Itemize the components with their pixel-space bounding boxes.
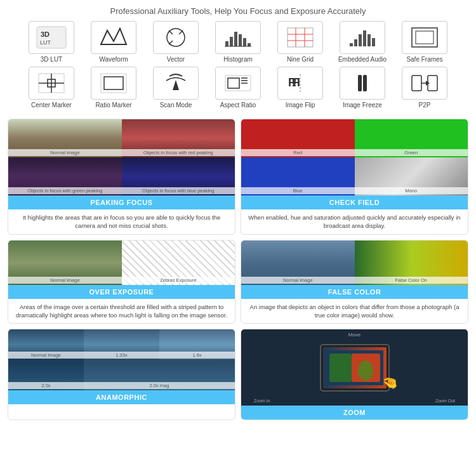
tool-histogram-label: Histogram <box>223 56 253 63</box>
tool-vector[interactable]: Vector <box>147 21 204 63</box>
overexp-zebra-label: Zebras Exposure <box>122 277 235 284</box>
svg-rect-45 <box>412 76 421 91</box>
peaking-normal-label: Normal image <box>8 149 122 156</box>
anamorphic-label5: 2.0x mag <box>84 382 235 389</box>
peaking-blue-img: Objects in focus with blue peaking <box>122 157 235 195</box>
svg-line-5 <box>169 30 173 34</box>
tool-image-flip[interactable]: R R Image Flip <box>272 67 329 109</box>
svg-rect-51 <box>329 354 352 382</box>
svg-rect-8 <box>225 41 228 46</box>
tool-ratio-marker[interactable]: Ratio Marker <box>85 67 142 109</box>
peaking-green-img: Objects in focus with green peaking <box>8 157 122 195</box>
tool-image-flip-label: Image Flip <box>286 102 315 109</box>
svg-rect-15 <box>288 28 313 47</box>
zoom-img-container: Move 🤏 Zoom In Zoom Out <box>241 329 468 406</box>
svg-line-7 <box>169 41 173 44</box>
feature-false-color: Normal image False Color On FALSE COLOR … <box>241 240 468 324</box>
check-field-desc: When enabled, hue and saturation adjuste… <box>241 209 468 234</box>
tool-image-freeze[interactable]: Image Freeze <box>334 67 391 109</box>
svg-rect-23 <box>363 30 366 46</box>
tool-safe-frames[interactable]: Safe Frames <box>396 21 453 63</box>
svg-text:3D: 3D <box>41 30 50 38</box>
zoom-tablet-mock: 🤏 <box>320 344 390 392</box>
tool-p2p-label: P2P <box>419 102 431 109</box>
svg-rect-36 <box>228 78 239 88</box>
false-normal-img: Normal image <box>241 241 355 285</box>
feature-zoom: Move 🤏 Zoom In Zoom Out ZOOM <box>241 329 468 420</box>
tool-ratio-marker-label: Ratio Marker <box>95 102 131 109</box>
svg-rect-22 <box>359 34 362 46</box>
false-color-desc: An image that depicts an object in color… <box>241 299 468 324</box>
svg-rect-44 <box>363 75 367 91</box>
svg-rect-11 <box>239 34 242 46</box>
check-mono-img: Mono <box>355 157 468 195</box>
check-blue-label: Blue <box>241 187 355 194</box>
tool-embedded-audio[interactable]: Embedded Audio <box>334 21 391 63</box>
tool-scan-mode[interactable]: Scan Mode <box>147 67 204 109</box>
tool-vector-label: Vector <box>167 56 185 63</box>
tool-waveform-label: Waveform <box>99 56 128 63</box>
false-color-img: False Color On <box>355 241 468 285</box>
tool-center-marker[interactable]: Center Marker <box>23 67 80 109</box>
peaking-normal-img: Normal image <box>8 119 122 157</box>
anamorphic-img1: Normal Image <box>8 329 84 360</box>
overexp-normal-label: Normal image <box>8 277 122 284</box>
zoom-hand-icon: 🤏 <box>382 375 398 390</box>
tool-p2p[interactable]: P2P <box>396 67 453 109</box>
anamorphic-img4: 2.0x <box>8 360 84 390</box>
svg-line-6 <box>179 30 183 34</box>
anamorphic-img5: 2.0x mag <box>84 360 235 390</box>
svg-rect-43 <box>358 75 362 91</box>
svg-rect-24 <box>367 34 371 46</box>
tool-3dlut-label: 3D LUT <box>41 56 62 63</box>
peaking-focus-title: PEAKING FOCUS <box>8 195 235 209</box>
tool-waveform[interactable]: Waveform <box>85 21 142 63</box>
check-green-img: Green <box>355 119 468 157</box>
tools-row-2: Center Marker Ratio Marker Scan Mode <box>6 67 470 109</box>
false-color-title: FALSE COLOR <box>241 285 468 299</box>
svg-marker-34 <box>173 80 179 90</box>
svg-text:R: R <box>292 76 300 89</box>
tool-nine-grid-label: Nine Grid <box>287 56 314 63</box>
check-red-label: Red <box>241 149 355 156</box>
feature-check-field: Red Green Blue Mono CHECK FIELD When ena… <box>241 119 468 235</box>
svg-text:LUT: LUT <box>40 39 51 46</box>
svg-rect-12 <box>243 38 246 46</box>
page-header: Professional Auxiliary Tools, Help You F… <box>0 0 476 21</box>
tool-3dlut[interactable]: 3D LUT 3D LUT <box>23 21 80 63</box>
zoom-label-zoomin: Zoom In <box>254 399 270 403</box>
tool-center-marker-label: Center Marker <box>31 102 72 109</box>
zoom-tablet-screen <box>323 347 387 388</box>
anamorphic-img3: 1.6x <box>159 329 235 360</box>
over-exposure-title: OVER EXPOSURE <box>8 285 235 299</box>
check-red-img: Red <box>241 119 355 157</box>
tool-image-freeze-label: Image Freeze <box>343 102 382 109</box>
tool-safe-frames-label: Safe Frames <box>406 56 442 63</box>
over-exposure-desc: Areas of the image over a certain thresh… <box>8 299 235 324</box>
tool-embedded-audio-label: Embedded Audio <box>338 56 387 63</box>
zoom-title: ZOOM <box>241 406 468 420</box>
anamorphic-title: ANAMORPHIC <box>8 390 235 404</box>
svg-rect-9 <box>230 37 233 46</box>
overexp-normal-img: Normal image <box>8 241 122 285</box>
features-grid: Normal image Objects in focus with red p… <box>0 112 476 426</box>
tool-histogram[interactable]: Histogram <box>209 21 267 63</box>
false-color-label: False Color On <box>355 277 468 284</box>
svg-rect-21 <box>354 39 357 46</box>
peaking-red-label: Objects in focus with red peaking <box>122 149 235 156</box>
feature-over-exposure: Normal image Zebras Exposure OVER EXPOSU… <box>8 240 235 324</box>
check-field-title: CHECK FIELD <box>241 195 468 209</box>
svg-point-52 <box>358 360 373 381</box>
tool-aspect-ratio-label: Aspect Ratio <box>220 102 256 109</box>
svg-marker-3 <box>101 29 126 44</box>
anamorphic-label1: Normal Image <box>8 352 84 359</box>
tool-aspect-ratio[interactable]: Aspect Ratio <box>209 67 267 109</box>
anamorphic-img2: 1.33x <box>84 329 159 360</box>
feature-anamorphic: Normal Image 1.33x 1.6x 2.0x 2.0x mag AN… <box>8 329 235 420</box>
zoom-label-zoomout: Zoom Out <box>435 399 455 403</box>
peaking-green-label: Objects in focus with green peaking <box>8 187 122 194</box>
overexp-zebra-img: Zebras Exposure <box>122 241 235 285</box>
anamorphic-label3: 1.6x <box>159 352 235 359</box>
tools-row-1: 3D LUT 3D LUT Waveform <box>6 21 470 63</box>
tool-nine-grid[interactable]: Nine Grid <box>272 21 329 63</box>
